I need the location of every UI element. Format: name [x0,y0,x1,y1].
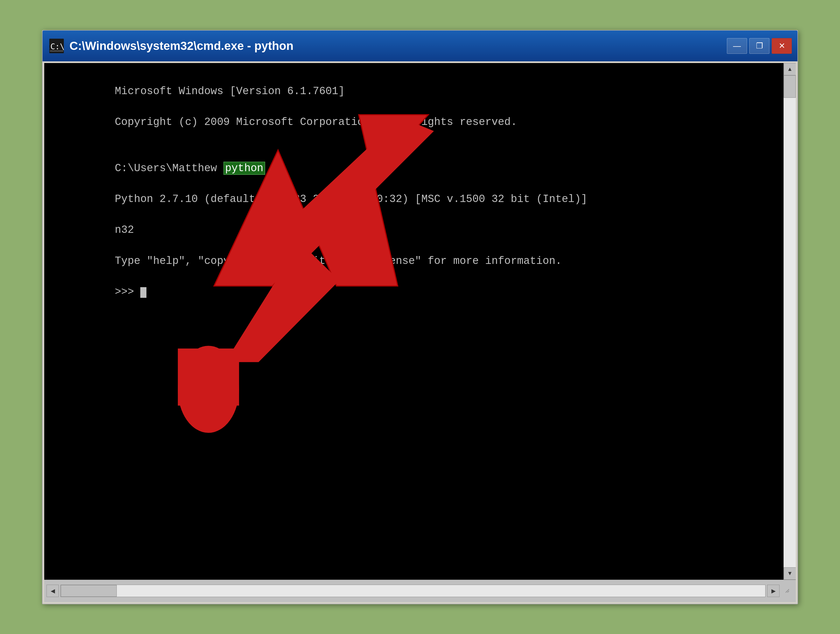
svg-marker-6 [178,348,239,406]
svg-line-7 [786,589,789,593]
scroll-track[interactable] [784,75,796,567]
terminal-area[interactable]: Microsoft Windows [Version 6.1.7601] Cop… [44,63,796,580]
horizontal-scrollbar-area: ◀ ▶ [44,580,796,602]
svg-point-5 [178,346,239,433]
terminal-output: Microsoft Windows [Version 6.1.7601] Cop… [51,68,777,315]
scroll-up-arrow[interactable]: ▲ [784,63,796,75]
scroll-left-arrow[interactable]: ◀ [46,585,59,597]
title-bar-buttons: — ❐ ✕ [727,38,792,54]
scroll-thumb[interactable] [784,75,796,98]
window-body: Microsoft Windows [Version 6.1.7601] Cop… [43,62,797,604]
line1: Microsoft Windows [Version 6.1.7601] [115,85,345,97]
cursor [140,287,147,298]
h-scroll-track[interactable] [60,585,766,597]
python-command: python [223,162,265,175]
line4b: n32 [115,224,134,236]
line4: Python 2.7.10 (default, May 23 2015, 09:… [115,193,587,205]
cmd-window: C:\ C:\Windows\system32\cmd.exe - python… [42,30,798,604]
line5: Type "help", "copyright", "credits" or "… [115,255,562,267]
scroll-down-arrow[interactable]: ▼ [784,567,796,580]
cmd-icon: C:\ [48,38,65,54]
scroll-right-arrow[interactable]: ▶ [767,585,780,597]
svg-rect-2 [50,51,63,52]
terminal-content[interactable]: Microsoft Windows [Version 6.1.7601] Cop… [44,63,783,580]
close-button[interactable]: ✕ [772,38,792,54]
restore-button[interactable]: ❐ [749,38,769,54]
h-scroll-thumb[interactable] [61,585,117,597]
line3-prefix: C:\Users\Matthew [115,162,223,174]
prompt: >>> [115,286,140,298]
vertical-scrollbar[interactable]: ▲ ▼ [783,63,796,580]
window-title: C:\Windows\system32\cmd.exe - python [69,39,727,53]
minimize-button[interactable]: — [727,38,747,54]
line2: Copyright (c) 2009 Microsoft Corporation… [115,116,517,128]
resize-grip [781,585,794,597]
svg-line-8 [787,591,789,593]
svg-text:C:\: C:\ [51,42,64,51]
title-bar: C:\ C:\Windows\system32\cmd.exe - python… [43,30,797,62]
